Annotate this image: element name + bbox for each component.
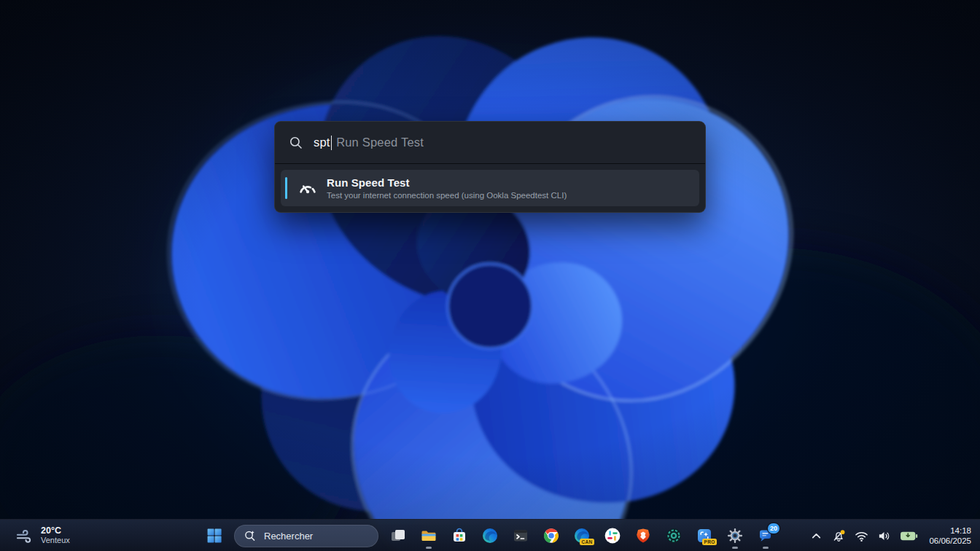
taskbar-app-slack[interactable] xyxy=(599,522,626,550)
folder-icon xyxy=(420,527,438,544)
launcher-panel: sptRun Speed Test Run Speed Test Test yo… xyxy=(274,121,706,213)
launcher-results-list: Run Speed Test Test your internet connec… xyxy=(275,164,705,212)
edge-swirl-icon xyxy=(481,527,499,544)
text-caret xyxy=(331,136,332,150)
widgets-weather-button[interactable]: 20°C Venteux xyxy=(7,520,77,551)
tray-wifi-button[interactable] xyxy=(851,523,872,548)
wind-icon xyxy=(15,526,34,546)
taskbar-app-google-chrome[interactable] xyxy=(537,522,565,550)
overlapping-windows-icon xyxy=(389,527,407,544)
clock-date: 06/06/2025 xyxy=(929,536,971,546)
edge-canary-badge: CAN xyxy=(580,539,594,545)
search-query-text: spt xyxy=(314,136,330,149)
taskbar-app-file-explorer[interactable] xyxy=(415,522,443,550)
speaker-icon xyxy=(877,530,891,542)
taskbar-app-task-view[interactable] xyxy=(384,522,412,550)
result-title: Run Speed Test xyxy=(327,176,567,189)
result-text: Run Speed Test Test your internet connec… xyxy=(327,176,567,200)
windows-logo-icon xyxy=(206,527,223,544)
weather-temperature: 20°C xyxy=(41,526,70,536)
weather-text: 20°C Venteux xyxy=(41,526,70,546)
system-tray: 14:18 06/06/2025 xyxy=(806,520,976,551)
desktop-wallpaper xyxy=(0,0,980,551)
autocomplete-suggestion: Run Speed Test xyxy=(336,136,424,149)
screenshot-pro-badge: PRO xyxy=(702,539,717,545)
teal-dotted-ring-icon xyxy=(665,527,682,544)
tray-battery-button[interactable] xyxy=(896,523,922,548)
taskbar-app-screenshot-pro[interactable]: PRO xyxy=(691,522,718,550)
start-button[interactable] xyxy=(201,522,228,550)
bloom-wallpaper-art xyxy=(0,0,980,551)
tray-clock[interactable]: 14:18 06/06/2025 xyxy=(923,522,976,550)
clock-time: 14:18 xyxy=(950,525,971,536)
taskbar-app-terminal[interactable] xyxy=(507,522,534,550)
chat-notification-badge: 20 xyxy=(768,523,779,534)
store-bag-icon xyxy=(451,527,468,544)
bell-muted-icon xyxy=(832,529,846,543)
taskbar-center: Rechercher xyxy=(201,520,779,551)
running-indicator xyxy=(763,547,769,549)
search-icon xyxy=(289,136,303,150)
taskbar-search-placeholder: Rechercher xyxy=(264,531,313,542)
taskbar-app-teal-ring-app[interactable] xyxy=(660,522,688,550)
chrome-icon xyxy=(542,527,560,544)
battery-charging-icon xyxy=(900,531,918,542)
taskbar-app-settings[interactable] xyxy=(721,522,749,550)
taskbar-app-brave[interactable] xyxy=(629,522,657,550)
taskbar-app-chat[interactable]: 20 xyxy=(752,522,779,550)
tray-volume-button[interactable] xyxy=(874,523,895,548)
launcher-search-input[interactable]: sptRun Speed Test xyxy=(314,136,424,150)
result-run-speed-test[interactable]: Run Speed Test Test your internet connec… xyxy=(281,170,699,206)
launcher-search-row[interactable]: sptRun Speed Test xyxy=(275,122,705,164)
running-indicator xyxy=(732,547,738,549)
taskbar-search-box[interactable]: Rechercher xyxy=(234,525,378,547)
magnifier-sparkle-icon xyxy=(244,529,257,542)
tray-notifications-muted-button[interactable] xyxy=(828,523,849,548)
speedometer-icon xyxy=(298,178,318,198)
slack-hash-icon xyxy=(604,527,621,544)
selection-accent-bar xyxy=(285,177,287,199)
taskbar-app-edge-canary[interactable]: CAN xyxy=(568,522,596,550)
brave-lion-icon xyxy=(634,527,652,544)
terminal-prompt-icon xyxy=(512,527,529,544)
taskbar-app-microsoft-store[interactable] xyxy=(446,522,473,550)
result-subtitle: Test your internet connection speed (usi… xyxy=(327,191,567,200)
desktop: sptRun Speed Test Run Speed Test Test yo… xyxy=(0,0,980,551)
chevron-up-icon xyxy=(809,529,823,543)
wifi-icon xyxy=(855,530,868,542)
taskbar: 20°C Venteux xyxy=(0,519,980,551)
taskbar-app-microsoft-edge[interactable] xyxy=(476,522,504,550)
weather-condition: Venteux xyxy=(41,536,70,546)
running-indicator xyxy=(426,547,432,549)
gear-icon xyxy=(726,527,744,544)
tray-hidden-icons-button[interactable] xyxy=(806,523,827,548)
